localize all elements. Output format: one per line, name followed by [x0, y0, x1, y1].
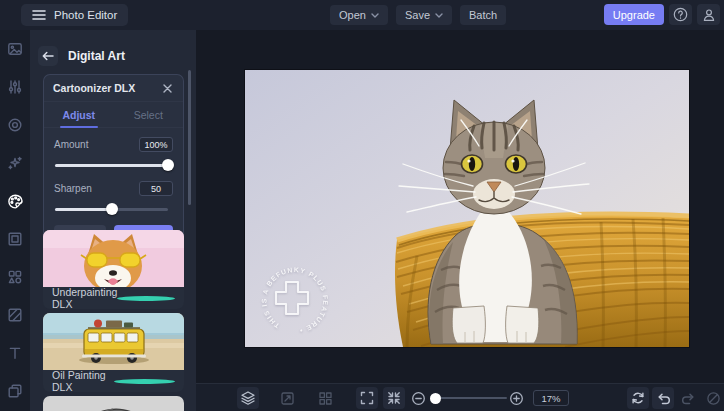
top-bar: Photo Editor Open Save Batch Upgrade: [0, 0, 724, 30]
grid-icon: [318, 391, 333, 406]
help-icon: [673, 7, 688, 22]
sharpen-label: Sharpen: [54, 183, 92, 194]
zoom-level-value[interactable]: 17%: [533, 390, 569, 406]
fullscreen-button[interactable]: [356, 387, 378, 409]
amount-slider[interactable]: [55, 159, 168, 171]
chevron-down-icon: [371, 13, 379, 18]
sharpen-slider-knob[interactable]: [106, 203, 118, 215]
tools-rail: [0, 30, 30, 411]
fit-screen-button[interactable]: [383, 387, 405, 409]
effect-underpainting[interactable]: Underpainting DLX: [43, 230, 184, 309]
zoom-slider[interactable]: [433, 392, 507, 404]
plus-dot-badge: [114, 379, 176, 384]
hamburger-menu-icon[interactable]: [32, 9, 46, 21]
adjust-sliders-icon: [7, 79, 23, 95]
effect-next-partial[interactable]: [43, 396, 184, 411]
app-menu[interactable]: Photo Editor: [21, 4, 128, 26]
zoom-out-button[interactable]: [407, 387, 429, 409]
undo-icon: [656, 391, 671, 405]
account-actions: Upgrade: [604, 4, 720, 25]
upgrade-button[interactable]: Upgrade: [604, 4, 664, 25]
reset-icon: [706, 391, 721, 406]
photo-editor-app: Photo Editor Open Save Batch Upgrade: [0, 0, 724, 411]
refresh-icon: [631, 391, 645, 405]
amount-label: Amount: [54, 139, 88, 150]
account-icon: [702, 8, 716, 22]
edited-image[interactable]: THIS IS A BEFUNKY PLUS FEATURE •: [245, 70, 689, 347]
canvas-resize-icon: [280, 391, 295, 406]
amount-slider-knob[interactable]: [162, 159, 174, 171]
rail-item-overlays[interactable]: [0, 296, 30, 334]
rail-item-ai[interactable]: [0, 144, 30, 182]
layers-icon: [7, 383, 23, 399]
digital-art-panel: Digital Art Cartoonizer DLX Adjust Selec…: [30, 30, 196, 411]
rail-item-photo[interactable]: [0, 30, 30, 68]
rail-item-graphics[interactable]: [0, 258, 30, 296]
rail-item-textures[interactable]: [0, 372, 30, 410]
tool-name: Cartoonizer DLX: [53, 82, 135, 94]
effect-oil-painting[interactable]: Oil Painting DLX: [43, 313, 184, 392]
panel-scrollbar[interactable]: [188, 70, 191, 205]
rail-item-touchup[interactable]: [0, 106, 30, 144]
palette-icon: [7, 193, 24, 210]
amount-value[interactable]: 100%: [139, 137, 173, 152]
back-button[interactable]: [38, 46, 58, 66]
layers-button[interactable]: [237, 387, 259, 409]
redo-button[interactable]: [677, 387, 699, 409]
help-button[interactable]: [669, 4, 692, 25]
canvas-area[interactable]: THIS IS A BEFUNKY PLUS FEATURE •: [196, 30, 724, 383]
close-tool-button[interactable]: [161, 82, 174, 95]
underpainting-preview: [43, 230, 184, 287]
text-icon: [7, 345, 23, 361]
sketch-preview: [43, 396, 184, 411]
layers-stack-icon: [240, 390, 256, 406]
effect-label: Underpainting DLX: [52, 286, 117, 309]
app-title: Photo Editor: [54, 9, 117, 21]
oil-painting-preview: [43, 313, 184, 370]
fit-screen-icon: [387, 391, 401, 405]
undo-button[interactable]: [652, 387, 674, 409]
panel-title: Digital Art: [68, 49, 125, 63]
frame-icon: [7, 231, 23, 247]
file-actions: Open Save Batch: [330, 5, 506, 25]
refresh-button[interactable]: [627, 387, 649, 409]
shapes-icon: [7, 269, 23, 285]
close-icon: [163, 84, 172, 93]
tool-tabs: Adjust Select: [44, 102, 183, 128]
lens-icon: [7, 117, 23, 133]
canvas-resize-button[interactable]: [276, 387, 298, 409]
chevron-down-icon: [435, 13, 443, 18]
save-button[interactable]: Save: [396, 5, 452, 25]
zoom-slider-knob[interactable]: [430, 393, 441, 404]
tab-adjust[interactable]: Adjust: [44, 102, 114, 127]
sharpen-value[interactable]: 50: [139, 181, 173, 196]
batch-button[interactable]: Batch: [460, 5, 506, 25]
plus-dot-badge: [117, 296, 175, 301]
rail-item-artsy[interactable]: [0, 182, 30, 220]
overlay-icon: [7, 307, 23, 323]
sharpen-slider[interactable]: [55, 203, 168, 215]
arrow-left-icon: [42, 51, 54, 61]
zoom-in-icon: [509, 391, 524, 406]
rail-item-adjust[interactable]: [0, 68, 30, 106]
rail-item-text[interactable]: [0, 334, 30, 372]
open-button[interactable]: Open: [330, 5, 388, 25]
zoom-out-icon: [411, 391, 426, 406]
fullscreen-icon: [360, 391, 374, 405]
photo-icon: [7, 41, 23, 57]
reset-button[interactable]: [702, 387, 724, 409]
tab-select[interactable]: Select: [114, 102, 184, 127]
effect-label: Oil Painting DLX: [52, 369, 114, 392]
sparkles-icon: [7, 155, 23, 171]
redo-icon: [681, 391, 696, 405]
grid-view-button[interactable]: [314, 387, 336, 409]
account-button[interactable]: [697, 4, 720, 25]
zoom-in-button[interactable]: [505, 387, 527, 409]
rail-item-frames[interactable]: [0, 220, 30, 258]
bottom-bar: 17%: [196, 383, 724, 411]
